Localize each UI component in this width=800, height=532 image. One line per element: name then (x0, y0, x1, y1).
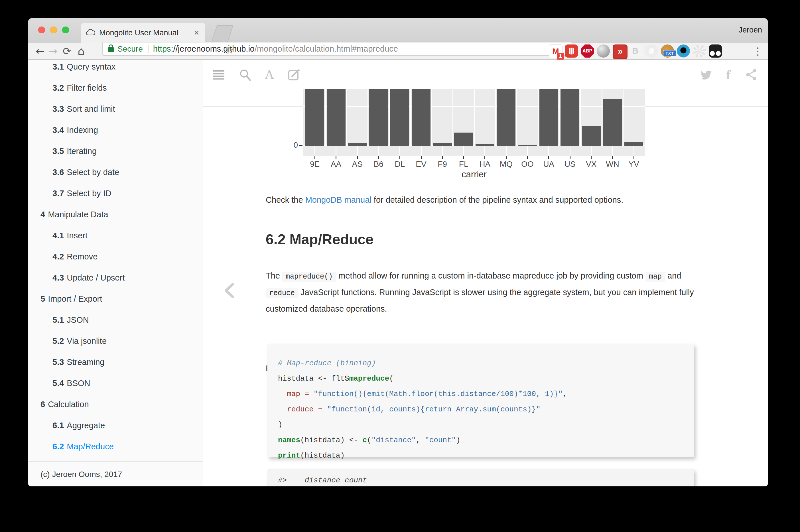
inline-code: map (646, 272, 665, 282)
window-close-button[interactable] (38, 26, 45, 33)
paragraph-text: JavaScript functions. Running JavaScript… (266, 288, 694, 313)
sidebar-item-5.2[interactable]: 5.2Via jsonlite (28, 330, 203, 352)
x-axis-tick-mark (357, 156, 358, 159)
sidebar-item-3.7[interactable]: 3.7Select by ID (28, 183, 203, 204)
chart-bar-AS (348, 143, 367, 146)
address-bar[interactable]: Secure https://jeroenooms.github.io/mong… (102, 42, 572, 56)
sidebar-item-number: 4.3 (53, 273, 64, 282)
sidebar-item-5.3[interactable]: 5.3Streaming (28, 352, 203, 373)
sidebar-item-3.2[interactable]: 3.2Filter fields (28, 77, 203, 98)
gridline (538, 89, 538, 145)
home-icon[interactable]: ⌂ (75, 43, 88, 59)
twitter-icon[interactable] (698, 67, 713, 83)
extension-cookie-icon[interactable]: TXT (661, 44, 674, 58)
code-token: map = (287, 390, 309, 398)
code-token: reduce = (287, 405, 322, 414)
extension-ghost-icon[interactable] (645, 44, 658, 58)
sidebar-item-3.5[interactable]: 3.5Iterating (28, 140, 203, 162)
sidebar-item-label: Import / Export (48, 294, 102, 303)
r-code-block[interactable]: # Map-reduce (binning)histdata <- flt$ma… (267, 344, 694, 457)
code-token: print (278, 451, 300, 460)
code-token: ) (278, 420, 283, 429)
url-path: /mongolite/calculation.html#mapreduce (254, 44, 398, 53)
sidebar-item-3.6[interactable]: 3.6Select by date (28, 162, 203, 183)
gridline (495, 89, 496, 145)
sidebar-item-3.4[interactable]: 3.4Indexing (28, 119, 203, 140)
extension-bitly-icon[interactable]: B (629, 44, 642, 58)
sidebar-item-4[interactable]: 4Manipulate Data (28, 204, 203, 225)
code-line: ) (278, 417, 694, 433)
extension-globe-icon[interactable] (597, 44, 610, 58)
sidebar-item-5.4[interactable]: 5.4BSON (28, 373, 203, 394)
extension-gmail-icon[interactable]: M1 (549, 44, 563, 58)
secure-badge[interactable]: Secure (117, 44, 143, 54)
font-settings-icon[interactable]: A (262, 67, 278, 83)
browser-tab[interactable]: Mongolite User Manual × (81, 23, 205, 43)
share-icon[interactable] (743, 67, 759, 83)
search-icon[interactable] (237, 67, 253, 83)
extension-pin-icon[interactable] (693, 44, 706, 58)
code-token: histdata <- flt$ (278, 374, 349, 383)
sidebar-item-6.1[interactable]: 6.1Aggregate (28, 415, 203, 436)
mongodb-manual-link[interactable]: MongoDB manual (305, 195, 372, 204)
window-minimize-button[interactable] (50, 26, 57, 33)
output-line: #> distance count (278, 476, 367, 485)
gridline (410, 89, 411, 145)
sidebar-item-6.2[interactable]: 6.2Map/Reduce (28, 436, 203, 457)
sidebar-item-5[interactable]: 5Import / Export (28, 288, 203, 309)
gridline (315, 146, 315, 156)
extension-eye-icon[interactable] (677, 44, 690, 58)
edit-icon[interactable] (286, 67, 302, 83)
back-icon[interactable]: ← (34, 43, 46, 59)
sidebar-item-number: 3.6 (53, 168, 64, 177)
window-zoom-button[interactable] (62, 26, 69, 33)
browser-profile-label[interactable]: Jeroen (738, 26, 762, 35)
sidebar-item-number: 3.7 (53, 189, 64, 198)
sidebar-item-4.3[interactable]: 4.3Update / Upsert (28, 267, 203, 288)
sidebar-item-4.1[interactable]: 4.1Insert (28, 225, 203, 246)
reload-icon[interactable]: ⟳ (61, 43, 73, 59)
x-axis-tick-label: US (558, 160, 581, 169)
sidebar-item-4.2[interactable]: 4.2Remove (28, 246, 203, 267)
extension-glyph: ABP (583, 49, 592, 54)
previous-page-chevron-icon[interactable] (223, 283, 236, 299)
x-axis-tick-mark (463, 156, 464, 159)
chart-bar-DL (390, 89, 409, 146)
gridline (463, 146, 464, 156)
sidebar-item-number: 6.1 (53, 421, 64, 430)
extension-goggles-icon[interactable] (709, 44, 722, 58)
chart-panel (303, 89, 645, 156)
extension-ff-icon[interactable]: » (613, 44, 628, 59)
sidebar-item-number: 4 (40, 210, 45, 219)
x-axis-tick-label: F9 (431, 160, 454, 169)
browser-menu-icon[interactable]: ⋮ (754, 44, 762, 58)
sidebar-item-number: 5.2 (53, 337, 64, 345)
gridline (357, 146, 358, 156)
sidebar-item-label: Map/Reduce (67, 442, 113, 451)
secure-lock-icon (108, 47, 114, 52)
gridline (527, 146, 528, 156)
gridline (378, 146, 379, 156)
extension-glyph: » (617, 46, 623, 56)
inline-code: mapreduce() (282, 272, 336, 282)
tab-close-icon[interactable]: × (194, 28, 199, 37)
sidebar-item-5.1[interactable]: 5.1JSON (28, 309, 203, 330)
sidebar-item-6[interactable]: 6Calculation (28, 394, 203, 415)
toc-toggle-icon[interactable] (211, 67, 227, 83)
extension-adblock-icon[interactable] (565, 44, 578, 58)
sidebar-item-3.1[interactable]: 3.1Query syntax (28, 60, 203, 77)
extension-badge: 1 (557, 53, 564, 60)
r-output-block[interactable]: #> distance count (267, 469, 694, 487)
new-tab-button[interactable] (211, 25, 233, 42)
url-scheme: https (153, 44, 171, 53)
facebook-icon[interactable]: f (721, 67, 737, 83)
y-axis-tick-label: 0 (288, 140, 298, 150)
url-text[interactable]: https://jeroenooms.github.io/mongolite/c… (153, 44, 398, 54)
code-token: ) (456, 436, 460, 444)
chart-bar-OO (518, 145, 537, 146)
chart-bar-HA (476, 144, 494, 146)
bookmark-star-icon[interactable]: ☆ (226, 44, 234, 56)
sidebar-item-3.3[interactable]: 3.3Sort and limit (28, 98, 203, 119)
code-token: "count" (425, 436, 456, 444)
code-token: "distance" (372, 436, 416, 444)
